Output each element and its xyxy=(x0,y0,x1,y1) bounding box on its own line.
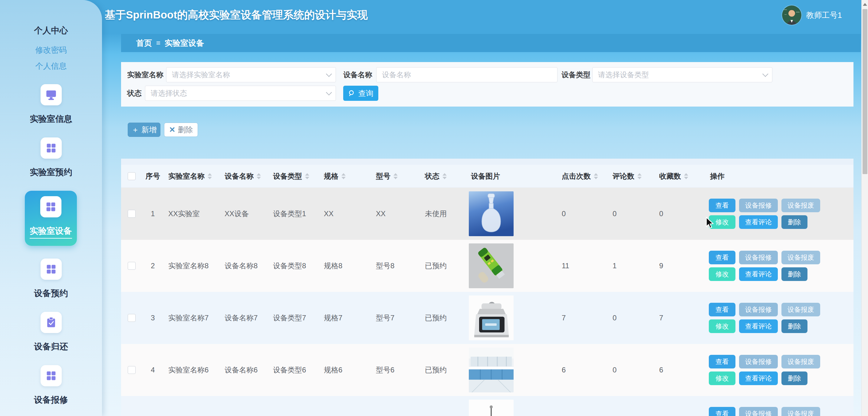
sidebar-item-lab-reservation[interactable]: 实验室预约 xyxy=(0,138,102,178)
cell-clicks: 6 xyxy=(557,344,608,396)
scrollbar-thumb[interactable] xyxy=(863,9,867,174)
column-header-favorites[interactable]: 收藏数 xyxy=(654,165,705,187)
sidebar-item-equipment-reservation[interactable]: 设备预约 xyxy=(0,259,102,299)
view-comments-button[interactable]: 查看评论 xyxy=(739,215,778,229)
cell-index: 4 xyxy=(142,344,163,396)
equipment-scrap-button[interactable]: 设备报废 xyxy=(781,303,820,317)
edit-button[interactable]: 修改 xyxy=(709,372,736,385)
view-button[interactable]: 查看 xyxy=(709,407,736,416)
view-button[interactable]: 查看 xyxy=(709,355,736,368)
equipment-scrap-button[interactable]: 设备报废 xyxy=(781,407,820,416)
equipment-scrap-button[interactable]: 设备报废 xyxy=(781,355,820,368)
device-photo[interactable] xyxy=(469,191,514,236)
equipment-repair-button[interactable]: 设备报修 xyxy=(739,303,778,317)
reagent-bottle-image xyxy=(469,191,514,236)
sidebar-item-lab-info[interactable]: 实验室信息 xyxy=(0,84,102,125)
status-select[interactable]: 请选择状态 xyxy=(145,86,336,101)
column-header-spec[interactable]: 规格 xyxy=(319,165,371,187)
column-header-model[interactable]: 型号 xyxy=(371,165,420,187)
search-button[interactable]: 查询 xyxy=(343,86,378,101)
edit-button[interactable]: 修改 xyxy=(709,320,736,333)
breadcrumb-home[interactable]: 首页 xyxy=(136,38,152,49)
scroll-up-button[interactable] xyxy=(862,0,868,8)
sidebar: 个人中心 修改密码 个人信息 实验室信息 实验室预约 实验室设备 设备预约 设备… xyxy=(0,0,102,416)
sort-icon[interactable] xyxy=(341,173,346,179)
row-checkbox[interactable] xyxy=(128,262,135,270)
device-type-select[interactable]: 请选择设备类型 xyxy=(592,67,772,82)
column-header-clicks[interactable]: 点击次数 xyxy=(557,165,608,187)
device-type-placeholder: 请选择设备类型 xyxy=(598,70,649,80)
sort-icon[interactable] xyxy=(638,173,642,179)
cell-spec xyxy=(319,396,371,416)
user-box: 教师工号1 xyxy=(782,5,842,25)
sidebar-item-label: 实验室设备 xyxy=(30,225,72,239)
sidebar-item-label: 实验室信息 xyxy=(30,113,72,125)
delete-button[interactable]: ✕ 删除 xyxy=(164,123,198,137)
sort-icon[interactable] xyxy=(394,173,398,179)
cell-lab-name: 实验室名称7 xyxy=(163,292,220,344)
view-button[interactable]: 查看 xyxy=(709,199,736,212)
row-delete-button[interactable]: 删除 xyxy=(781,320,807,333)
sort-icon[interactable] xyxy=(594,173,598,179)
cell-status: 已预约 xyxy=(420,240,466,292)
vertical-scrollbar xyxy=(861,0,868,416)
row-checkbox[interactable] xyxy=(128,314,135,322)
device-photo[interactable] xyxy=(469,243,514,288)
view-button[interactable]: 查看 xyxy=(709,303,736,317)
view-comments-button[interactable]: 查看评论 xyxy=(739,267,778,281)
view-comments-button[interactable]: 查看评论 xyxy=(739,320,778,333)
probe-image xyxy=(469,400,514,416)
view-button[interactable]: 查看 xyxy=(709,251,736,264)
row-checkbox[interactable] xyxy=(128,366,135,374)
column-header-device[interactable]: 设备名称 xyxy=(220,165,268,187)
user-avatar[interactable] xyxy=(782,5,801,25)
add-button[interactable]: ＋ 新增 xyxy=(128,123,160,137)
row-delete-button[interactable]: 删除 xyxy=(781,372,807,385)
equipment-scrap-button[interactable]: 设备报废 xyxy=(781,199,820,212)
row-delete-button[interactable]: 删除 xyxy=(781,267,807,281)
lab-name-select[interactable]: 请选择实验室名称 xyxy=(166,67,336,82)
sidebar-link-profile[interactable]: 个人信息 xyxy=(0,61,102,71)
select-all-checkbox[interactable] xyxy=(128,172,135,180)
column-header-lab[interactable]: 实验室名称 xyxy=(163,165,220,187)
edit-button[interactable]: 修改 xyxy=(709,267,736,281)
sidebar-link-change-password[interactable]: 修改密码 xyxy=(0,45,102,55)
sidebar-item-lab-equipment[interactable]: 实验室设备 xyxy=(25,191,77,246)
column-header-status[interactable]: 状态 xyxy=(420,165,466,187)
column-header-comments[interactable]: 评论数 xyxy=(608,165,654,187)
table-row: 1 XX实验室 XX设备 设备类型1 XX XX 未使用 xyxy=(121,188,854,240)
sidebar-item-equipment-repair[interactable]: 设备报修 xyxy=(0,365,102,406)
edit-button[interactable]: 修改 xyxy=(709,215,736,229)
cell-lab-name: XX实验室 xyxy=(163,188,220,240)
view-comments-button[interactable]: 查看评论 xyxy=(739,372,778,385)
page-title: 基于SprinBoot的高校实验室设备管理系统的设计与实现 xyxy=(105,8,368,22)
cell-device-name xyxy=(220,396,268,416)
grid-icon xyxy=(40,196,61,217)
equipment-repair-button[interactable]: 设备报修 xyxy=(739,407,778,416)
row-checkbox[interactable] xyxy=(128,210,135,218)
cell-actions: 查看 设备报修 设备报废 修改 查看评论 删除 xyxy=(705,240,854,292)
cell-spec: XX xyxy=(319,188,371,240)
device-photo[interactable] xyxy=(469,348,514,392)
sort-icon[interactable] xyxy=(684,173,688,179)
column-header-type[interactable]: 设备类型 xyxy=(268,165,319,187)
sort-icon[interactable] xyxy=(442,173,447,179)
equipment-scrap-button[interactable]: 设备报废 xyxy=(781,251,820,264)
sort-icon[interactable] xyxy=(257,173,261,179)
breadcrumb: 首页 ≡ 实验室设备 xyxy=(121,34,861,52)
equipment-repair-button[interactable]: 设备报修 xyxy=(739,251,778,264)
sort-icon[interactable] xyxy=(208,173,212,179)
lab-name-placeholder: 请选择实验室名称 xyxy=(172,70,230,80)
device-name-input[interactable] xyxy=(376,67,557,82)
equipment-repair-button[interactable]: 设备报修 xyxy=(739,199,778,212)
table-row: 3 实验室名称7 设备名称7 设备类型7 规格7 型号7 已预约 xyxy=(121,292,854,344)
sidebar-item-equipment-return[interactable]: 设备归还 xyxy=(0,312,102,352)
sort-icon[interactable] xyxy=(305,173,309,179)
row-delete-button[interactable]: 删除 xyxy=(781,215,807,229)
cell-clicks xyxy=(557,396,608,416)
cell-device-image xyxy=(466,240,557,292)
column-header-image: 设备图片 xyxy=(466,165,557,187)
device-photo[interactable] xyxy=(469,400,514,416)
device-photo[interactable] xyxy=(469,296,514,340)
equipment-repair-button[interactable]: 设备报修 xyxy=(739,355,778,368)
